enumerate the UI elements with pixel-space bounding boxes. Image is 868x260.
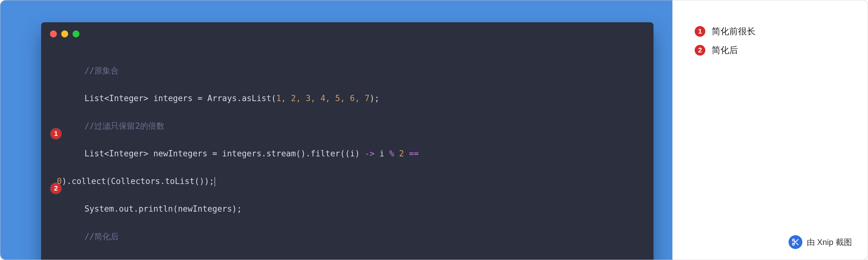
code-operator: ->	[365, 149, 374, 158]
code-comment: //过滤只保留2的倍数	[85, 121, 164, 131]
code-text: i	[375, 149, 390, 158]
screenshot-container: //原集合 List<Integer> integers = Arrays.as…	[0, 0, 868, 260]
text-cursor	[215, 177, 215, 187]
legend-panel: 1 简化前很长 2 简化后 由 Xnip 截图	[672, 0, 868, 260]
annotation-badge-1: 1	[51, 128, 61, 139]
code-comment: //简化后	[85, 232, 119, 241]
code-text	[394, 149, 399, 158]
xnip-watermark: 由 Xnip 截图	[788, 235, 852, 249]
code-text: );	[370, 94, 379, 103]
code-number: 1, 2, 3, 4, 5, 6, 7	[276, 94, 370, 103]
window-titlebar	[41, 22, 653, 40]
code-operator: ==	[409, 149, 418, 158]
code-text: <Integer>	[104, 94, 149, 103]
maximize-dot[interactable]	[72, 30, 80, 37]
legend-item-2: 2 简化后	[695, 44, 849, 56]
code-text: List	[85, 94, 104, 103]
code-block: //原集合 List<Integer> integers = Arrays.as…	[41, 40, 653, 260]
code-operator: %	[390, 149, 395, 158]
xnip-text: 由 Xnip 截图	[807, 237, 852, 248]
code-comment: //原集合	[85, 66, 119, 75]
code-editor: //原集合 List<Integer> integers = Arrays.as…	[41, 22, 653, 260]
code-text: List	[85, 149, 104, 158]
svg-line-4	[794, 241, 795, 242]
code-text: <Integer>	[104, 149, 149, 158]
code-text: ).collect(Collectors.toList());	[62, 176, 214, 186]
code-text: integers = Arrays.asList(	[149, 94, 276, 103]
code-text	[404, 149, 409, 158]
legend-item-1: 1 简化前很长	[695, 26, 849, 37]
close-dot[interactable]	[50, 30, 57, 37]
minimize-dot[interactable]	[61, 30, 68, 37]
blue-panel: //原集合 List<Integer> integers = Arrays.as…	[0, 0, 672, 260]
code-text: newIntegers = integers.stream().filter((…	[149, 149, 365, 158]
scissors-icon	[788, 235, 802, 249]
legend-text-2: 简化后	[712, 44, 738, 56]
code-number: 2	[399, 149, 404, 158]
annotation-badge-2: 2	[51, 183, 61, 194]
code-text: System.out.println(newIntegers);	[85, 204, 242, 214]
legend-badge-1: 1	[695, 26, 705, 37]
svg-line-3	[796, 243, 798, 245]
legend-badge-2: 2	[695, 45, 705, 56]
legend-text-1: 简化前很长	[712, 26, 755, 37]
